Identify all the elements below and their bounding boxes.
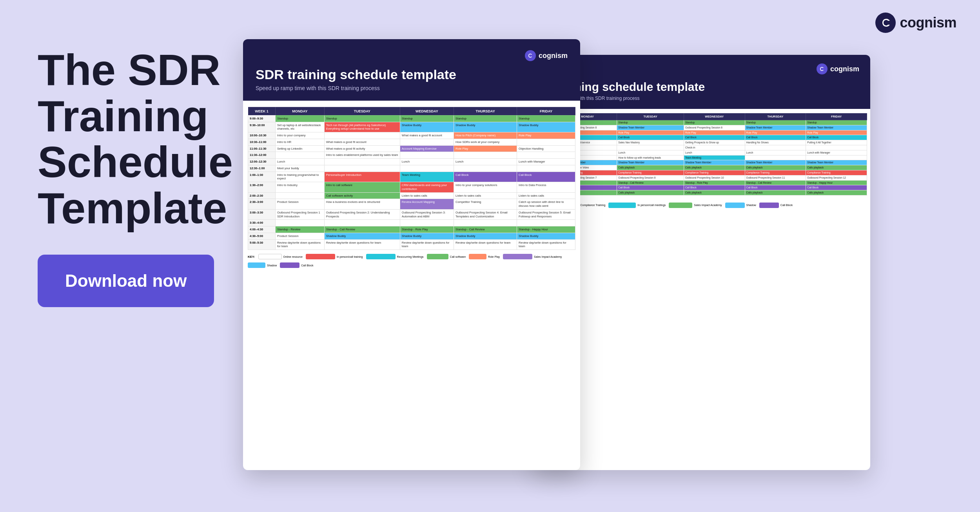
cell: Sales Nav Mastery xyxy=(617,140,684,145)
table-row: 5:00–5:30 Review day/write down question… xyxy=(248,239,575,250)
cell: Team Meeting xyxy=(684,155,745,160)
cell: Call Block xyxy=(517,172,575,182)
doc-back-subtitle: d up ramp time with this SDR training pr… xyxy=(544,96,859,101)
documents-area: cognism R training schedule template d u… xyxy=(227,31,964,482)
th-wed: WEDNESDAY xyxy=(400,107,454,115)
time-cell: 10:00–10:30 xyxy=(248,132,276,139)
cell: Calls playback xyxy=(684,165,745,170)
key-text-callblock: Call Block xyxy=(301,264,313,267)
cell xyxy=(454,165,517,172)
key-color xyxy=(759,203,779,208)
cell: How to Pitch (Company name) xyxy=(454,132,517,139)
table-row: 12:30–1:00 Meet your buddy xyxy=(248,165,575,172)
cell: Role Play xyxy=(617,130,684,135)
cell xyxy=(517,139,575,145)
cell: Shadow Team Member xyxy=(684,160,745,165)
key-item: Sales Impact Academy xyxy=(669,203,722,208)
cell: What makes a good fit activity xyxy=(324,145,400,152)
cell: Listen to sales calls xyxy=(454,192,517,199)
cell: Outbound Prospecting Session 1 SDR Intro… xyxy=(276,209,325,220)
cell: Objection Handling xyxy=(517,145,575,152)
cell: Standup xyxy=(806,120,867,125)
cell: Shadow Buddy xyxy=(517,122,575,132)
th-thu: THURSDAY xyxy=(454,107,517,115)
time-cell: 12:30–1:00 xyxy=(248,165,276,172)
cognism-logo-icon xyxy=(875,13,896,33)
table-row: 12:00–12:30 Lunch Lunch Lunch Lunch Lunc… xyxy=(537,150,867,155)
left-section: The SDRTrainingScheduleTemplate Download… xyxy=(38,47,241,307)
cell: Calls playback xyxy=(806,165,867,170)
cell: Shadow Team Member xyxy=(617,125,684,130)
table-row: 10:30–11:00 Call Block Call Block Call B… xyxy=(537,135,867,140)
cell: Standup xyxy=(454,115,517,122)
cell: Lunch xyxy=(617,150,684,155)
key-text-reoccurring: Reoccurring Meetings xyxy=(397,255,424,258)
key-text: Shadow xyxy=(746,204,756,206)
cell: Listen to sales calls xyxy=(400,192,454,199)
cell xyxy=(806,145,867,150)
key-text-callsoftware: Call software xyxy=(450,255,466,258)
key-item-reoccurring: Reoccurring Meetings xyxy=(366,254,424,259)
cell: Competitor Training xyxy=(454,199,517,210)
cell: Outbound Prospecting Session 3: Automati… xyxy=(400,209,454,220)
doc-front: cognism SDR training schedule template S… xyxy=(243,39,580,470)
cell xyxy=(324,159,400,165)
key-color-sia xyxy=(503,254,532,259)
cell: Call Block xyxy=(684,135,745,140)
key-text-online: Online resource xyxy=(283,255,303,258)
doc-front-table-wrapper: WEEK 1 MONDAY TUESDAY WEDNESDAY THURSDAY… xyxy=(243,101,580,250)
key-color xyxy=(725,203,745,208)
cell xyxy=(517,152,575,159)
cell: How SDRs work at your company xyxy=(454,139,517,145)
cell xyxy=(517,165,575,172)
cell xyxy=(276,152,325,159)
cell: Standup - Call Review xyxy=(617,180,684,185)
table-row: 2:00–2:30 Call software activity Listen … xyxy=(248,192,575,199)
download-button[interactable]: Download now xyxy=(38,255,214,307)
cell: Standup xyxy=(324,115,400,122)
th-fri-back: FRIDAY xyxy=(806,113,867,120)
doc-front-logo-text: cognism xyxy=(539,52,568,60)
cell: How a business evolves and is structured xyxy=(324,199,400,210)
doc-back-title: R training schedule template xyxy=(544,80,859,94)
key-color-inperson xyxy=(306,254,335,259)
cell: Call software activity xyxy=(324,192,400,199)
cell: Compliance Training xyxy=(745,170,806,175)
time-cell: 11:00–11:30 xyxy=(248,145,276,152)
cell: Standup xyxy=(517,115,575,122)
cell: Call Block xyxy=(617,185,684,190)
table-row: 10:00–10:30 Intro to your company What m… xyxy=(248,132,575,139)
cell xyxy=(276,192,325,199)
time-cell: 2:30–3:00 xyxy=(248,199,276,210)
doc-back-header: cognism R training schedule template d u… xyxy=(533,55,870,109)
time-cell: 1:30–2:00 xyxy=(248,182,276,193)
th-tue-back: TUESDAY xyxy=(617,113,684,120)
cell: How to follow up with marketing leads xyxy=(617,155,684,160)
cell: Handling No Shows xyxy=(745,140,806,145)
cell xyxy=(276,220,325,226)
cell: Shadow Buddy xyxy=(324,233,400,239)
cell xyxy=(400,139,454,145)
cell: Outbound Prospecting Session 2: Understa… xyxy=(324,209,400,220)
cell xyxy=(454,152,517,159)
svg-point-2 xyxy=(525,50,536,61)
time-cell: 4:00–4:30 xyxy=(248,226,276,233)
cell: Role Play xyxy=(684,130,745,135)
th-tue: TUESDAY xyxy=(324,107,400,115)
cell: Team Meeting xyxy=(400,172,454,182)
cell: Outbound Prospecting Session 12 xyxy=(806,175,867,180)
cell: Calls playback xyxy=(617,190,684,195)
cell: Getting Prospects to Show up xyxy=(684,140,745,145)
table-row: 11:30–12:00 Intro to sales enablement pl… xyxy=(248,152,575,159)
cell: Outbound Prospecting Session 4: Email Te… xyxy=(454,209,517,220)
key-text: Call Block xyxy=(780,204,793,206)
key-text-shadow: Shadow xyxy=(267,264,277,267)
cell: Outbound Prospecting Session 5: Email Fo… xyxy=(517,209,575,220)
time-cell: 3:00–3:30 xyxy=(248,209,276,220)
table-row: 1:00–1:30 Shadow Team Member Shadow Team… xyxy=(537,160,867,165)
cell xyxy=(517,220,575,226)
key-text-sia: Sales Impact Academy xyxy=(534,255,562,258)
cell: Standup - Call Review xyxy=(745,180,806,185)
cell: Lunch xyxy=(400,159,454,165)
cell: Calls playback xyxy=(745,190,806,195)
